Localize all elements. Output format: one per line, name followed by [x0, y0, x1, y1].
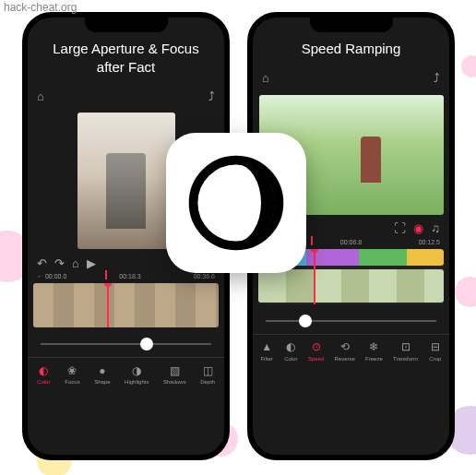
playhead[interactable]: [314, 249, 315, 304]
adjustment-slider[interactable]: [253, 308, 449, 334]
crop-icon: ⊟: [428, 340, 442, 354]
adjustment-slider[interactable]: [28, 331, 224, 357]
phone-notch: [310, 18, 393, 32]
bottom-toolbar: ◐Color❀Focus●Shape◑Highlights▧Shadows◫De…: [28, 357, 224, 387]
shadows-icon: ▧: [168, 363, 182, 377]
shape-icon: ●: [95, 363, 109, 377]
home2-icon[interactable]: ⌂: [72, 256, 79, 270]
tool-label: Color: [284, 356, 297, 362]
tool-reverse[interactable]: ⟲Reverse: [335, 340, 355, 362]
video-timeline[interactable]: [33, 283, 219, 327]
tool-freeze[interactable]: ❄Freeze: [365, 340, 383, 362]
fullscreen-icon[interactable]: ⛶: [394, 221, 406, 235]
tool-label: Shadows: [163, 379, 186, 385]
tool-crop[interactable]: ⊟Crop: [428, 340, 442, 362]
color-icon: ◐: [37, 363, 51, 377]
tool-label: Highlights: [125, 379, 149, 385]
freeze-icon: ❄: [367, 340, 381, 354]
tool-label: Focus: [65, 379, 79, 385]
bottom-toolbar: ▲Filter◐Color⊙Speed⟲Reverse❄Freeze⊡Trans…: [253, 334, 449, 364]
tool-highlights[interactable]: ◑Highlights: [125, 363, 149, 385]
tool-label: Reverse: [335, 356, 355, 362]
top-bar: ⌂ ⤴: [28, 83, 224, 109]
tool-depth[interactable]: ◫Depth: [200, 363, 215, 385]
tool-label: Color: [37, 379, 50, 385]
speed-icon: ⊙: [309, 340, 323, 354]
playhead[interactable]: [107, 283, 109, 327]
tool-label: Filter: [260, 356, 272, 362]
tool-label: Speed: [308, 356, 324, 362]
home-icon[interactable]: ⌂: [37, 89, 44, 103]
slider-knob[interactable]: [299, 315, 312, 327]
color-icon: ◐: [284, 340, 298, 354]
tool-label: Crop: [429, 356, 441, 362]
focus-icon: ❀: [65, 363, 79, 377]
tool-filter[interactable]: ▲Filter: [260, 340, 274, 362]
phone-notch: [85, 18, 168, 32]
tool-speed[interactable]: ⊙Speed: [308, 340, 324, 362]
tool-shadows[interactable]: ▧Shadows: [163, 363, 186, 385]
home-icon[interactable]: ⌂: [262, 71, 269, 85]
redo-icon[interactable]: ↷: [54, 256, 65, 270]
filter-icon: ▲: [260, 340, 274, 354]
tool-label: Transform: [393, 356, 418, 362]
export-icon[interactable]: ⤴: [208, 89, 215, 103]
tool-color[interactable]: ◐Color: [37, 363, 51, 385]
tool-label: Depth: [200, 379, 215, 385]
watermark-text: hack-cheat.org: [4, 1, 77, 14]
speed-icon[interactable]: ◉: [413, 221, 423, 235]
transform-icon: ⊡: [399, 340, 412, 354]
app-icon-overlay: [166, 133, 306, 273]
reverse-icon: ⟲: [338, 340, 351, 354]
tool-transform[interactable]: ⊡Transform: [393, 340, 418, 362]
highlights-icon: ◑: [130, 363, 144, 377]
clip-track[interactable]: [258, 269, 444, 303]
top-bar: ⌂ ⤴: [253, 65, 449, 91]
play-icon[interactable]: ▶: [87, 256, 96, 270]
tool-shape[interactable]: ●Shape: [94, 363, 110, 385]
tool-focus[interactable]: ❀Focus: [65, 363, 79, 385]
tool-label: Shape: [94, 379, 110, 385]
undo-icon[interactable]: ↶: [37, 256, 47, 270]
tool-label: Freeze: [365, 356, 383, 362]
export-icon[interactable]: ⤴: [434, 71, 440, 85]
depth-icon: ◫: [201, 363, 215, 377]
slider-knob[interactable]: [140, 338, 153, 350]
music-icon[interactable]: ♫: [431, 221, 440, 235]
timecode-row: ← 00:00.000:18.300:36.6: [28, 273, 224, 279]
aperture-logo-icon: [186, 153, 286, 253]
tool-color[interactable]: ◐Color: [284, 340, 298, 362]
